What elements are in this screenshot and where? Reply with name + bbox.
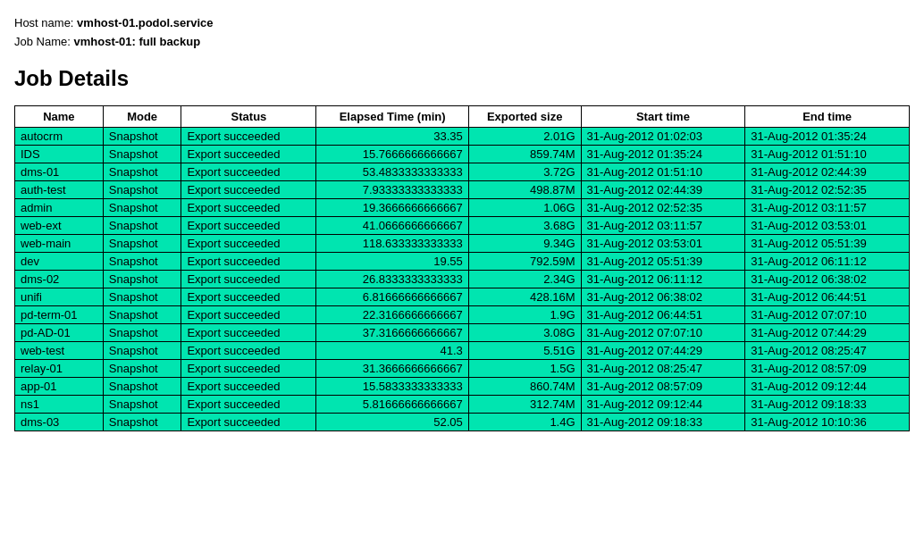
table-cell: 19.3666666666667 [316,198,468,216]
table-cell: 26.8333333333333 [316,270,468,288]
table-row: IDSSnapshotExport succeeded15.7666666666… [15,145,910,163]
table-cell: 792.59M [468,252,581,270]
table-header-row: Name Mode Status Elapsed Time (min) Expo… [15,105,910,127]
table-cell: dev [15,252,104,270]
table-cell: 1.4G [468,413,581,430]
table-row: auth-testSnapshotExport succeeded7.93333… [15,180,910,198]
table-cell: Export succeeded [181,377,316,395]
table-cell: 31-Aug-2012 06:38:02 [581,288,745,305]
table-row: app-01SnapshotExport succeeded15.5833333… [15,377,910,395]
table-cell: unifi [15,288,104,305]
table-cell: 31-Aug-2012 07:07:10 [745,305,910,323]
table-cell: 31-Aug-2012 03:53:01 [581,234,745,252]
table-cell: Snapshot [103,323,181,341]
table-cell: Snapshot [103,395,181,413]
table-cell: Export succeeded [181,323,316,341]
table-cell: 15.5833333333333 [316,377,468,395]
table-cell: 41.0666666666667 [316,216,468,234]
table-cell: relay-01 [15,359,104,377]
table-cell: Snapshot [103,180,181,198]
table-cell: 15.7666666666667 [316,145,468,163]
table-cell: Export succeeded [181,270,316,288]
col-start: Start time [581,105,745,127]
table-cell: 31-Aug-2012 02:44:39 [581,180,745,198]
table-cell: Export succeeded [181,198,316,216]
table-row: pd-term-01SnapshotExport succeeded22.316… [15,305,910,323]
col-status: Status [181,105,316,127]
table-cell: 3.72G [468,163,581,180]
table-cell: Export succeeded [181,145,316,163]
table-cell: 3.68G [468,216,581,234]
table-cell: Snapshot [103,127,181,145]
table-cell: dms-02 [15,270,104,288]
col-elapsed: Elapsed Time (min) [316,105,468,127]
table-cell: Export succeeded [181,180,316,198]
table-cell: 31-Aug-2012 02:44:39 [745,163,910,180]
table-cell: 5.81666666666667 [316,395,468,413]
table-row: relay-01SnapshotExport succeeded31.36666… [15,359,910,377]
table-cell: Snapshot [103,234,181,252]
table-cell: Export succeeded [181,341,316,359]
table-row: pd-AD-01SnapshotExport succeeded37.31666… [15,323,910,341]
table-cell: web-test [15,341,104,359]
table-cell: 31-Aug-2012 05:51:39 [745,234,910,252]
table-cell: 31-Aug-2012 07:44:29 [745,323,910,341]
table-cell: 31-Aug-2012 08:25:47 [745,341,910,359]
table-cell: 52.05 [316,413,468,430]
col-name: Name [15,105,104,127]
table-cell: Snapshot [103,377,181,395]
table-cell: 2.34G [468,270,581,288]
table-cell: Snapshot [103,341,181,359]
table-cell: 33.35 [316,127,468,145]
table-cell: 31.3666666666667 [316,359,468,377]
table-cell: admin [15,198,104,216]
table-cell: 7.93333333333333 [316,180,468,198]
table-row: dms-01SnapshotExport succeeded53.4833333… [15,163,910,180]
table-cell: 428.16M [468,288,581,305]
host-label: Host name: [14,16,73,29]
table-cell: Export succeeded [181,413,316,430]
table-cell: Export succeeded [181,234,316,252]
table-cell: dms-03 [15,413,104,430]
table-cell: 31-Aug-2012 06:38:02 [745,270,910,288]
table-cell: 31-Aug-2012 09:12:44 [745,377,910,395]
table-cell: Snapshot [103,413,181,430]
table-cell: 31-Aug-2012 03:11:57 [745,198,910,216]
job-label: Job Name: [14,35,71,48]
table-cell: Export succeeded [181,216,316,234]
table-cell: Export succeeded [181,163,316,180]
table-cell: 31-Aug-2012 07:44:29 [581,341,745,359]
table-cell: 31-Aug-2012 09:18:33 [745,395,910,413]
table-cell: 41.3 [316,341,468,359]
table-row: web-testSnapshotExport succeeded41.35.51… [15,341,910,359]
table-cell: 31-Aug-2012 10:10:36 [745,413,910,430]
table-cell: 31-Aug-2012 08:57:09 [581,377,745,395]
table-row: dms-02SnapshotExport succeeded26.8333333… [15,270,910,288]
table-cell: 2.01G [468,127,581,145]
table-cell: auth-test [15,180,104,198]
table-cell: Export succeeded [181,305,316,323]
table-cell: 1.5G [468,359,581,377]
table-cell: 498.87M [468,180,581,198]
table-row: autocrmSnapshotExport succeeded33.352.01… [15,127,910,145]
table-cell: 312.74M [468,395,581,413]
table-row: devSnapshotExport succeeded19.55792.59M3… [15,252,910,270]
table-cell: Snapshot [103,270,181,288]
table-cell: Snapshot [103,288,181,305]
header-info: Host name: vmhost-01.podol.service Job N… [14,14,910,52]
table-cell: Export succeeded [181,252,316,270]
table-cell: 31-Aug-2012 01:02:03 [581,127,745,145]
table-row: web-extSnapshotExport succeeded41.066666… [15,216,910,234]
table-cell: 19.55 [316,252,468,270]
col-mode: Mode [103,105,181,127]
table-cell: 118.633333333333 [316,234,468,252]
table-cell: pd-AD-01 [15,323,104,341]
table-cell: 31-Aug-2012 06:11:12 [745,252,910,270]
table-cell: 31-Aug-2012 03:11:57 [581,216,745,234]
table-cell: 31-Aug-2012 01:51:10 [745,145,910,163]
table-cell: 31-Aug-2012 08:25:47 [581,359,745,377]
col-exported: Exported size [468,105,581,127]
table-cell: 9.34G [468,234,581,252]
table-cell: 31-Aug-2012 09:12:44 [581,395,745,413]
job-value: vmhost-01: full backup [74,35,201,48]
